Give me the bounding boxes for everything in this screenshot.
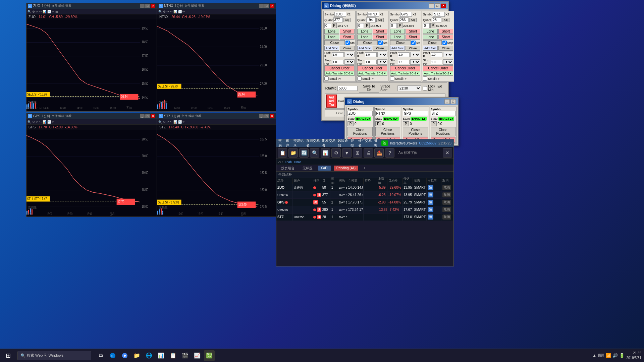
trade-stop-sel-zuo[interactable]: ▼: [344, 59, 355, 65]
trade-short2-btn-gps[interactable]: Short: [406, 35, 420, 40]
taskbar-icon-files[interactable]: 📁: [131, 350, 142, 361]
minimize-zuo[interactable]: _: [140, 4, 145, 8]
trade-lone-btn-zuo[interactable]: Lone: [324, 29, 339, 34]
ib-menu-risk[interactable]: 风险通知: [338, 138, 349, 148]
trade-short-btn-stz[interactable]: Short: [438, 29, 453, 34]
trade-close2-btn-gps[interactable]: Close: [406, 46, 420, 51]
ib-tool-filter[interactable]: ▼: [342, 148, 352, 158]
trade-strade-time-sel[interactable]: 21:30: [397, 85, 421, 91]
status-close-btn-stz[interactable]: Close Positions: [431, 127, 456, 136]
status-p-btn-gps[interactable]: P: [403, 121, 409, 126]
ib-status-btn-2[interactable]: 预: [428, 192, 433, 197]
status-sym-input-stz[interactable]: [431, 111, 456, 116]
taskbar-search[interactable]: 🔍 搜索 Web 和 Windows: [17, 351, 91, 360]
trade-dialog-max[interactable]: □: [435, 3, 440, 8]
status-p-btn-zuo[interactable]: P: [347, 121, 354, 126]
ib-tool-help[interactable]: ?: [385, 148, 394, 158]
status-dialog-max[interactable]: □: [450, 99, 456, 104]
trade-lone-btn-ntnx[interactable]: Lone: [357, 29, 372, 34]
ib-tool-grid[interactable]: ⊞: [353, 148, 362, 158]
trade-symbol-input-zuo[interactable]: [334, 12, 346, 17]
trade-val1-ntnx[interactable]: [357, 23, 364, 28]
trade-dialog-close[interactable]: ✕: [441, 3, 446, 8]
trade-close-btn-gps[interactable]: Close: [390, 40, 411, 45]
ib-tab-notag[interactable]: 无标题: [300, 165, 315, 171]
trade-sto-chk-gps[interactable]: [411, 41, 416, 45]
status-close-btn-gps[interactable]: Close Positions: [403, 127, 428, 136]
trade-symbol-input-ntnx[interactable]: [367, 12, 379, 17]
ib-menu-traderec[interactable]: 交易记录: [293, 138, 305, 148]
trade-close-btn-zuo[interactable]: Close: [324, 40, 345, 45]
trade-cancel-order-zuo[interactable]: Cancel Order: [324, 65, 355, 71]
ib-tool-close[interactable]: ✕: [443, 148, 452, 158]
trade-quant-input-ntnx[interactable]: [366, 17, 376, 22]
trade-close2-btn-zuo[interactable]: Close: [340, 46, 355, 51]
trade-lone2-btn-ntnx[interactable]: Lone: [357, 35, 372, 40]
ib-status-btn-4[interactable]: 预: [428, 207, 433, 212]
trade-stop-sel-gps[interactable]: ▼: [410, 59, 420, 65]
trade-short-btn-gps[interactable]: Short: [406, 29, 420, 34]
systray-network[interactable]: 📶: [606, 353, 611, 358]
trade-smallpr-chk-zuo[interactable]: [324, 76, 329, 81]
close-ntnx[interactable]: ✕: [270, 4, 274, 8]
trade-lone2-btn-stz[interactable]: Lone: [423, 35, 438, 40]
trade-auto-tra-gps[interactable]: Auto Tra InterSC-2▼: [390, 71, 420, 76]
trade-lock-chk[interactable]: [423, 86, 427, 90]
trade-adj-btn-zuo[interactable]: Adj: [343, 18, 351, 22]
trade-close2-btn-stz[interactable]: Close: [438, 46, 453, 51]
ib-tool-refresh[interactable]: 🔄: [299, 148, 309, 158]
ib-cancel-btn-gps[interactable]: 取消: [442, 200, 451, 205]
taskbar-icon-app6[interactable]: 💹: [204, 350, 215, 361]
ib-tool-open[interactable]: 📁: [288, 148, 298, 158]
status-p-btn-stz[interactable]: P: [431, 121, 437, 126]
systray-arrow[interactable]: ▲: [592, 353, 597, 358]
taskbar-icon-app2[interactable]: 📊: [156, 350, 166, 361]
trade-profit-input-ntnx[interactable]: [365, 52, 377, 57]
status-sym-input-ntnx[interactable]: [375, 111, 400, 116]
trade-symbol-input-gps[interactable]: [400, 12, 412, 17]
ib-tool-new[interactable]: 📋: [278, 148, 287, 158]
trade-stop-input-zuo[interactable]: [332, 60, 344, 64]
trade-lone-btn-gps[interactable]: Lone: [390, 29, 405, 34]
maximize-ntnx[interactable]: □: [264, 4, 269, 8]
trade-lone-btn-stz[interactable]: Lone: [423, 29, 438, 34]
trade-quant-input-stz[interactable]: [432, 17, 441, 22]
trade-short-btn-ntnx[interactable]: Short: [373, 29, 387, 34]
trade-stop-input-ntnx[interactable]: [365, 60, 377, 64]
trade-auto-tra-stz[interactable]: Auto Tra InterSC-2▼: [423, 71, 453, 76]
ib-tab-xapi[interactable]: XAPI: [318, 166, 331, 171]
taskbar-clock[interactable]: 21:35 2019/5/31: [627, 351, 642, 360]
trade-p-btn-zuo[interactable]: P: [332, 23, 337, 28]
ib-tool-print[interactable]: 🖨: [364, 148, 373, 158]
ib-tab-pending[interactable]: Pending (All): [334, 166, 358, 171]
ib-cancel-btn-2[interactable]: 取消: [442, 192, 451, 197]
maximize-gps[interactable]: □: [145, 114, 150, 118]
trade-profit-input-gps[interactable]: [398, 52, 410, 57]
ib-tab-portfolio[interactable]: 投资组合: [278, 165, 297, 171]
trade-addstoc-btn-zuo[interactable]: Add Stoc: [324, 46, 339, 51]
trade-val1-zuo[interactable]: [324, 23, 331, 28]
close-gps[interactable]: ✕: [151, 114, 155, 118]
trade-stop-input-gps[interactable]: [398, 60, 410, 64]
trade-totalmc-input[interactable]: [337, 86, 358, 91]
status-p-btn-ntnx[interactable]: P: [375, 121, 381, 126]
trade-sto-chk-zuo[interactable]: [345, 41, 350, 45]
trade-cancel-order-ntnx[interactable]: Cancel Order: [357, 65, 387, 71]
trade-stop-input-stz[interactable]: [431, 60, 442, 64]
status-dialog-min[interactable]: _: [444, 99, 450, 104]
status-close-btn-ntnx[interactable]: Close Positions: [375, 127, 400, 136]
start-button[interactable]: ⊞: [0, 349, 16, 362]
server1-red-btn[interactable]: Aut Ani Tra: [326, 95, 337, 108]
trade-close-btn-stz[interactable]: Close: [423, 40, 442, 45]
trade-lone2-btn-gps[interactable]: Lone: [390, 35, 405, 40]
trade-smallpr-chk-stz[interactable]: [423, 76, 427, 81]
trade-short2-btn-zuo[interactable]: Short: [340, 35, 355, 40]
taskbar-icon-edge[interactable]: e: [107, 350, 118, 361]
trade-addstoc-btn-gps[interactable]: Add Stoc: [390, 46, 405, 51]
trade-profit-sel-gps[interactable]: ▼: [410, 52, 420, 57]
taskbar-icon-chrome[interactable]: [119, 350, 130, 361]
trade-profit-sel-zuo[interactable]: ▼: [344, 52, 355, 57]
status-sym-input-zuo[interactable]: [347, 111, 373, 116]
ib-status-btn-zuo[interactable]: 预: [428, 185, 433, 190]
systray-volume[interactable]: 🔊: [612, 353, 618, 358]
